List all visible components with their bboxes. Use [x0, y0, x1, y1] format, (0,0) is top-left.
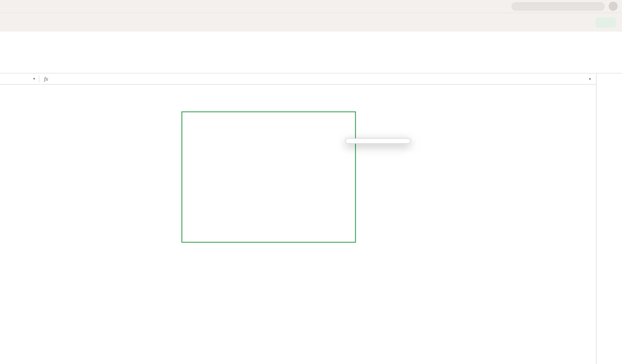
cloud-sync-icon — [313, 2, 321, 10]
search-range-box[interactable] — [511, 2, 605, 11]
ribbon — [0, 32, 622, 73]
chart-context-menu — [345, 138, 411, 144]
name-box[interactable]: ▾ — [0, 77, 39, 81]
print-icon[interactable] — [19, 2, 26, 10]
fx-icon[interactable]: fx — [39, 75, 53, 82]
clock-icon — [582, 19, 587, 25]
embedded-chart[interactable] — [181, 111, 356, 243]
window-actions — [4, 2, 54, 10]
spreadsheet-logo-icon — [301, 3, 308, 9]
document-title-area — [301, 2, 321, 10]
search-icon — [515, 4, 520, 9]
formula-bar: ▾ fx ▾ — [0, 73, 596, 85]
ribbon-tab-row — [0, 13, 622, 32]
name-box-dropdown-icon[interactable]: ▾ — [33, 77, 35, 81]
formula-bar-expand-icon[interactable]: ▾ — [589, 77, 596, 81]
share-button[interactable] — [596, 17, 616, 27]
titlebar — [0, 0, 622, 13]
search-input[interactable] — [523, 4, 601, 9]
avatar[interactable] — [609, 2, 618, 11]
save-status — [582, 19, 590, 25]
home-icon[interactable] — [4, 2, 12, 10]
redo-icon[interactable] — [47, 2, 54, 10]
titlebar-right — [511, 2, 618, 11]
undo-icon[interactable] — [33, 2, 40, 10]
workbook-area: ▾ fx ▾ — [0, 73, 622, 364]
tabrow-right — [582, 17, 616, 27]
right-sidebar — [596, 73, 622, 364]
share-icon — [601, 19, 607, 25]
zoho-sheet-window: ▾ fx ▾ — [0, 0, 622, 364]
